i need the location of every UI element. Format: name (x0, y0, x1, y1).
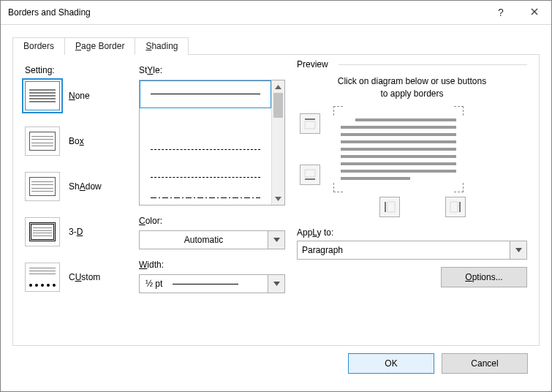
help-button[interactable]: ? (484, 1, 518, 24)
style-option-dashdot[interactable] (140, 192, 271, 205)
scroll-thumb[interactable] (273, 93, 283, 118)
color-label: Color: (139, 216, 285, 226)
style-label: StYle: (139, 65, 285, 75)
svg-rect-0 (305, 118, 315, 120)
tab-strip: Borders Page Border Shading (12, 37, 540, 54)
style-option-dashed2[interactable] (140, 164, 271, 192)
setting-shadow[interactable]: ShAdow (25, 172, 127, 201)
chevron-down-icon (510, 241, 526, 259)
width-label: Width: (139, 260, 285, 270)
close-icon (531, 7, 538, 18)
setting-custom[interactable]: CUstom (25, 263, 127, 292)
dialog-window: Borders and Shading ? Borders Page Borde… (0, 0, 552, 392)
tab-borders[interactable]: Borders (12, 37, 65, 55)
apply-to-combo[interactable]: Paragraph (297, 241, 527, 260)
svg-rect-3 (305, 170, 315, 177)
chevron-down-icon (268, 231, 284, 249)
titlebar: Borders and Shading ? (1, 1, 551, 25)
color-value: Automatic (140, 235, 268, 245)
svg-rect-6 (459, 202, 461, 212)
setting-3d[interactable]: 3-D (25, 217, 127, 246)
svg-rect-5 (387, 202, 395, 212)
chevron-down-icon (268, 275, 284, 293)
color-combo[interactable]: Automatic (139, 230, 285, 249)
close-button[interactable] (518, 1, 551, 24)
style-listbox[interactable] (139, 80, 285, 206)
style-scrollbar[interactable] (271, 80, 284, 205)
width-combo[interactable]: ½ pt (139, 274, 285, 293)
svg-rect-2 (305, 178, 315, 180)
scroll-track[interactable] (272, 93, 284, 192)
dialog-footer: OK Cancel (12, 346, 540, 381)
style-section: StYle: Color: (139, 65, 285, 335)
scroll-up-button[interactable] (272, 80, 284, 93)
tab-panel-borders: Setting: None Box (12, 54, 540, 346)
setting-box[interactable]: Box (25, 127, 127, 156)
preview-hint: Click on diagram below or use buttonsto … (297, 75, 527, 100)
tab-page-border[interactable]: Page Border (64, 37, 135, 55)
window-title: Borders and Shading (1, 7, 484, 18)
preview-section: Preview Click on diagram below or use bu… (297, 65, 527, 335)
tab-shading[interactable]: Shading (135, 37, 189, 55)
preview-legend: Preview (297, 59, 333, 69)
preview-border-left-button[interactable] (379, 197, 400, 217)
svg-rect-4 (385, 202, 386, 212)
setting-box-icon (25, 127, 60, 156)
apply-to-label: AppLy to: (297, 227, 527, 238)
setting-custom-icon (25, 263, 60, 292)
setting-shadow-icon (25, 172, 60, 201)
scroll-down-button[interactable] (272, 192, 284, 205)
style-option-blank[interactable] (140, 108, 271, 136)
setting-3d-icon (25, 217, 60, 246)
style-option-solid[interactable] (140, 80, 271, 108)
preview-border-bottom-button[interactable] (300, 165, 320, 185)
cancel-button[interactable]: Cancel (442, 353, 528, 374)
style-option-dashed[interactable] (140, 136, 271, 164)
setting-section: Setting: None Box (25, 65, 127, 335)
options-button[interactable]: Options... (441, 267, 527, 287)
setting-none[interactable]: None (25, 81, 127, 110)
width-sample-line (173, 284, 238, 284)
svg-rect-1 (305, 121, 315, 129)
help-icon: ? (498, 7, 504, 18)
preview-border-right-button[interactable] (445, 197, 466, 217)
apply-to-value: Paragraph (298, 245, 510, 255)
ok-button[interactable]: OK (348, 353, 434, 374)
preview-border-top-button[interactable] (300, 113, 320, 134)
svg-rect-7 (450, 202, 458, 212)
preview-diagram[interactable] (336, 109, 461, 189)
setting-none-icon (25, 81, 60, 110)
setting-label: Setting: (25, 65, 127, 75)
width-value: ½ pt (145, 279, 162, 289)
